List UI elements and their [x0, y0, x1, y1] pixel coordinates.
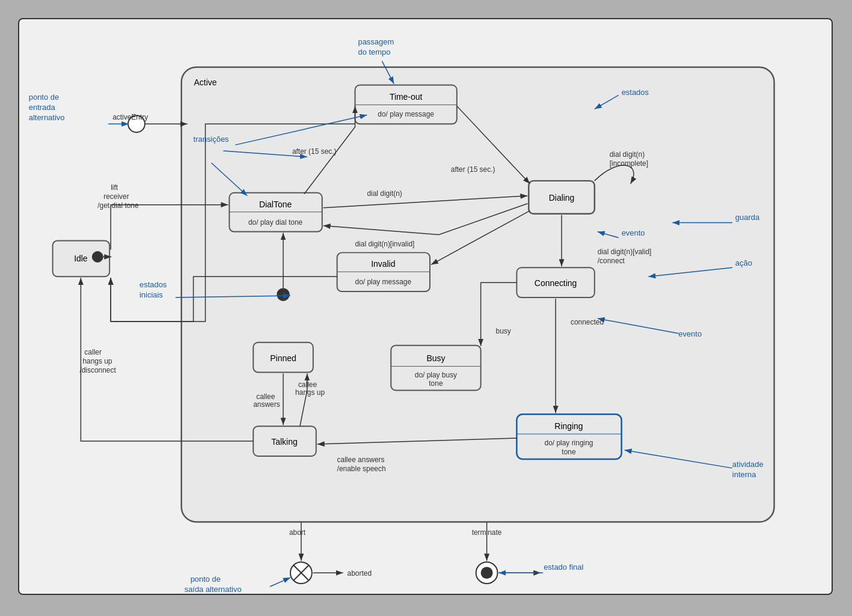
dial-digit-valid-label2: /connect: [598, 257, 625, 265]
estado-final-label: estado final: [544, 563, 583, 572]
callee-answers-speech-label1: callee answers: [337, 456, 385, 464]
idle-label: Idle: [74, 254, 88, 263]
guarda-label: guarda: [735, 213, 760, 222]
acao-label: ação: [735, 258, 752, 267]
dial-digit-invalid-label: dial digit(n)[invalid]: [355, 240, 414, 248]
ponto-saida-label2: saída alternativo: [185, 585, 242, 594]
dialtone-label: DialTone: [259, 200, 292, 209]
evento-label2: evento: [678, 329, 702, 338]
lift-receiver-label3: /get dial tone: [97, 201, 139, 210]
dial-digit-incomplete-label1: dial digit(n): [610, 150, 645, 159]
ponto-entrada-label: ponto de: [29, 93, 59, 102]
idle-initial-state: [92, 251, 103, 262]
busy-activity-line2: tone: [429, 379, 443, 388]
ringing-activity-line1: do/ play ringing: [545, 439, 593, 447]
caller-hangs-label3: /disconnect: [79, 366, 116, 374]
transicoes-label: transições: [194, 135, 229, 144]
ponto-entrada-label3: alternativo: [29, 113, 65, 122]
final-state-inner: [481, 567, 493, 579]
callee-answers-label: callee: [256, 392, 275, 401]
diagram-container: Active Idle DialTone do/ play dial tone …: [18, 18, 833, 595]
caller-hangs-label1: caller: [84, 348, 102, 356]
connected-label: connected: [571, 318, 604, 326]
ponto-entrada-label2: entrada: [29, 103, 56, 112]
dialtone-activity: do/ play dial tone: [248, 218, 303, 227]
connecting-label: Connecting: [535, 278, 577, 288]
dial-digit-label: dial digit(n): [367, 189, 402, 198]
estados-label: estados: [622, 88, 649, 97]
ponto-saida-label1: ponto de: [191, 575, 221, 584]
lift-receiver-label2: receiver: [103, 192, 129, 201]
estados-iniciais-label1: estados: [139, 280, 167, 289]
aborted-label: aborted: [348, 569, 372, 578]
active-entry-label: activeEntry: [112, 113, 148, 121]
busy-activity-line1: do/ play busy: [415, 371, 457, 379]
after15-label1: after (15 sec.): [292, 147, 337, 156]
ringing-activity-line2: tone: [562, 448, 576, 456]
active-label: Active: [194, 78, 217, 87]
abort-label: abort: [289, 528, 306, 537]
evento-label1: evento: [622, 228, 645, 237]
invalid-label: Invalid: [371, 259, 395, 269]
dial-digit-valid-label1: dial digit(n)[valid]: [598, 248, 652, 256]
initial-state-active: [277, 288, 289, 300]
callee-answers-speech-label2: /enable speech: [337, 465, 386, 473]
timeout-label: Time-out: [390, 92, 423, 102]
busy-label: Busy: [426, 353, 445, 363]
passagem-tempo-label2: do tempo: [358, 47, 390, 56]
pinned-label: Pinned: [270, 353, 296, 363]
callee-hangs-label1: callee: [298, 380, 317, 389]
atividade-interna-label1: atividade: [732, 460, 764, 469]
callee-hangs-label2: hangs up: [295, 388, 325, 397]
callee-answers-label2: answers: [253, 400, 280, 409]
talking-label: Talking: [271, 437, 297, 447]
lift-receiver-label1: lift: [111, 183, 118, 192]
busy-label-transition: busy: [496, 327, 511, 335]
dial-digit-incomplete-label2: [incomplete]: [610, 159, 648, 168]
invalid-activity: do/ play message: [355, 278, 412, 286]
ringing-label: Ringing: [554, 421, 583, 431]
estados-iniciais-label2: iniciais: [139, 290, 163, 299]
terminate-label: terminate: [472, 528, 502, 537]
atividade-interna-label2: interna: [732, 470, 756, 479]
timeout-activity: do/ play message: [378, 110, 434, 118]
caller-hangs-label2: hangs up: [82, 357, 112, 365]
ponto-saida-arrow: [270, 578, 290, 587]
after15-label2: after (15 sec.): [451, 165, 495, 174]
passagem-tempo-label1: passagem: [358, 37, 394, 46]
dialing-label: Dialing: [549, 193, 575, 203]
